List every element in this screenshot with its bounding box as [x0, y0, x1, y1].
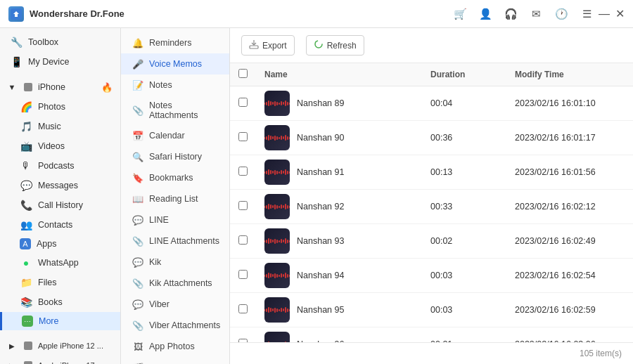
row-checkbox-cell — [230, 86, 256, 121]
midpanel-label-line-attachments: LINE Attachments — [149, 236, 219, 246]
sidebar-item-more[interactable]: ⋯ More — [0, 312, 120, 330]
row-name-cell: Nanshan 94 — [256, 259, 422, 293]
toolbox-icon: 🔧 — [10, 36, 23, 48]
midpanel-item-safari-history[interactable]: 🔍 Safari History — [121, 146, 229, 167]
midpanel-item-app-photos[interactable]: 🖼 App Photos — [121, 336, 229, 357]
midpanel-item-app-videos[interactable]: 🎬 App Videos — [121, 357, 229, 364]
my-device-icon: 📱 — [10, 56, 23, 68]
photos-icon: 🌈 — [20, 100, 32, 113]
main-layout: 🔧 Toolbox 📱 My Device ▼ iPhone 🔥 🌈 Photo… — [0, 28, 633, 364]
midpanel-item-reminders[interactable]: 🔔 Reminders — [121, 32, 229, 53]
kik-attachments-icon: 📎 — [132, 278, 143, 289]
history-icon[interactable]: 🕐 — [554, 7, 568, 21]
sidebar-item-apps[interactable]: A Apps — [0, 235, 120, 253]
sidebar-label-apple-iphone-12: Apple iPhone 12 ... — [38, 342, 103, 350]
item-count: 105 item(s) — [580, 349, 622, 358]
midpanel-item-line-attachments[interactable]: 📎 LINE Attachments — [121, 230, 229, 252]
voice-thumbnail-1 — [264, 125, 290, 150]
midpanel-item-line[interactable]: 💬 LINE — [121, 209, 229, 230]
sidebar-item-music[interactable]: 🎵 Music — [0, 117, 120, 136]
row-checkbox-0[interactable] — [238, 98, 248, 107]
sidebar-label-photos: Photos — [38, 102, 65, 112]
midpanel-item-viber-attachments[interactable]: 📎 Viber Attachments — [121, 315, 229, 336]
close-button[interactable]: ✕ — [615, 9, 625, 19]
voice-thumbnail-4 — [264, 228, 290, 254]
window-controls: — ✕ — [599, 9, 625, 19]
row-name-cell: Nanshan 92 — [256, 190, 422, 224]
voice-memos-table: Name Duration Modify Time — [230, 63, 633, 342]
row-modify-time: 2023/02/16 16:02:49 — [506, 224, 633, 259]
midpanel-item-voice-memos[interactable]: 🎤 Voice Memos — [121, 53, 229, 74]
sidebar-label-my-device: My Device — [28, 57, 69, 67]
midpanel-item-viber[interactable]: 💬 Viber — [121, 294, 229, 315]
sidebar-item-podcasts[interactable]: 🎙 Podcasts — [0, 156, 120, 176]
row-checkbox-6[interactable] — [238, 304, 248, 313]
midpanel-item-reading-list[interactable]: 📖 Reading List — [121, 188, 229, 209]
export-button[interactable]: Export — [241, 35, 295, 56]
midpanel-item-calendar[interactable]: 📅 Calendar — [121, 125, 229, 146]
midpanel-item-kik-attachments[interactable]: 📎 Kik Attachments — [121, 273, 229, 294]
midpanel-label-kik: Kik — [149, 257, 161, 267]
midpanel-item-kik[interactable]: 💬 Kik — [121, 252, 229, 273]
row-name-cell: Nanshan 93 — [256, 224, 422, 259]
call-history-icon: 📞 — [20, 199, 32, 212]
sidebar-item-files[interactable]: 📁 Files — [0, 273, 120, 292]
row-checkbox-5[interactable] — [238, 270, 248, 279]
row-duration: 00:03 — [422, 259, 506, 293]
sidebar-item-iphone[interactable]: ▼ iPhone 🔥 — [0, 77, 120, 97]
svg-point-3 — [315, 41, 322, 48]
cart-icon[interactable]: 🛒 — [453, 7, 467, 21]
table-row: Nanshan 89 00:04 2023/02/16 16:01:10 — [230, 86, 633, 121]
refresh-label: Refresh — [327, 41, 357, 51]
row-checkbox-cell — [230, 259, 256, 293]
midpanel-label-viber: Viber — [149, 299, 170, 309]
row-checkbox-1[interactable] — [238, 132, 248, 141]
sidebar-item-books[interactable]: 📚 Books — [0, 292, 120, 312]
midpanel-label-reminders: Reminders — [149, 38, 191, 48]
sidebar-item-contacts[interactable]: 👥 Contacts — [0, 215, 120, 235]
table-row: Nanshan 95 00:03 2023/02/16 16:02:59 — [230, 293, 633, 327]
menu-icon[interactable]: ☰ — [580, 7, 594, 21]
midpanel-label-notes-attachments: Notes Attachments — [149, 100, 222, 120]
safari-history-icon: 🔍 — [132, 151, 143, 162]
app-logo: Wondershare Dr.Fone — [8, 6, 453, 22]
row-checkbox-3[interactable] — [238, 201, 248, 210]
sidebar-item-toolbox[interactable]: 🔧 Toolbox — [0, 32, 120, 52]
table-row: Nanshan 90 00:36 2023/02/16 16:01:17 — [230, 121, 633, 155]
sidebar-item-messages[interactable]: 💬 Messages — [0, 176, 120, 195]
kik-icon: 💬 — [132, 256, 143, 268]
mail-icon[interactable]: ✉ — [529, 7, 543, 21]
voice-thumbnail-0 — [264, 91, 290, 116]
sidebar-item-my-device[interactable]: 📱 My Device — [0, 52, 120, 72]
iphone-flame-icon: 🔥 — [101, 81, 113, 93]
sidebar-item-photos[interactable]: 🌈 Photos — [0, 97, 120, 117]
sidebar-label-call-history: Call History — [38, 200, 83, 210]
sidebar-item-apple-iphone-12[interactable]: ▶ Apple iPhone 12 ... — [0, 336, 120, 356]
row-checkbox-2[interactable] — [238, 167, 248, 176]
sidebar-item-call-history[interactable]: 📞 Call History — [0, 195, 120, 215]
select-all-checkbox[interactable] — [238, 69, 248, 78]
sidebar-item-whatsapp[interactable]: ● WhatsApp — [0, 253, 120, 273]
row-checkbox-4[interactable] — [238, 235, 248, 245]
sidebar-label-music: Music — [38, 122, 61, 131]
row-duration: 00:04 — [422, 86, 506, 121]
sidebar-item-apple-iphone-17[interactable]: ▶ Apple iPhone 17 _ — [0, 356, 120, 364]
iphone12-device-icon — [24, 342, 32, 350]
headset-icon[interactable]: 🎧 — [504, 7, 518, 21]
calendar-icon: 📅 — [132, 130, 143, 141]
row-modify-time: 2023/02/16 16:02:54 — [506, 259, 633, 293]
app-title: Wondershare Dr.Fone — [30, 8, 124, 19]
line-icon: 💬 — [132, 214, 143, 226]
refresh-button[interactable]: Refresh — [306, 35, 364, 56]
row-name: Nanshan 90 — [297, 133, 344, 143]
sidebar-item-videos[interactable]: 📺 Videos — [0, 136, 120, 156]
user-icon[interactable]: 👤 — [478, 7, 492, 21]
midpanel-item-notes-attachments[interactable]: 📎 Notes Attachments — [121, 96, 229, 125]
row-duration: 00:36 — [422, 121, 506, 155]
iphone-icon: ▼ — [6, 81, 18, 93]
midpanel-item-notes[interactable]: 📝 Notes — [121, 74, 229, 96]
midpanel-item-bookmarks[interactable]: 🔖 Bookmarks — [121, 167, 229, 188]
midpanel-label-safari-history: Safari History — [149, 152, 202, 162]
minimize-button[interactable]: — — [599, 9, 609, 19]
podcasts-icon: 🎙 — [20, 160, 32, 172]
